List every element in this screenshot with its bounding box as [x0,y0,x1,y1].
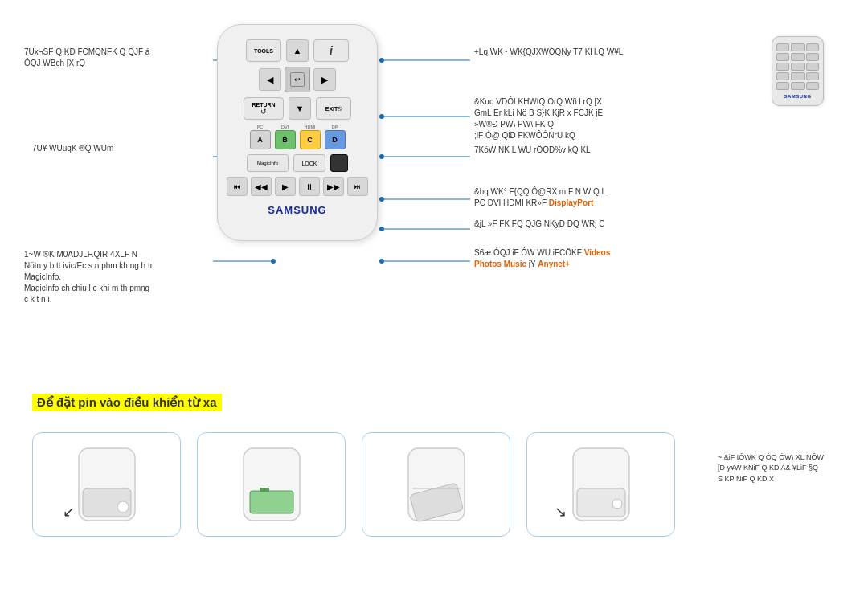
remote-body: TOOLS ▲ i ◀ ↩ ▶ RETURN ↺ ▼ EXIT ⎋ [217,24,378,241]
sm-btn-14[interactable] [791,82,804,90]
black-square-button[interactable] [330,154,348,172]
annotation-mid-left: 7U¥ WUuqK ®Q WUm [32,143,113,154]
dp-label: DP [332,125,338,129]
battery-step-3 [362,432,510,537]
svg-text:↙: ↙ [63,504,75,520]
sm-btn-1[interactable] [776,43,789,51]
sm-btn-7[interactable] [776,63,789,71]
small-remote-logo: SAMSUNG [784,94,811,99]
annotation-right-7: &hq WK° F{QQ Ô@RX m F N W Q L PC DVI HDM… [474,186,606,209]
battery-steps: ↙ [32,432,836,537]
sm-btn-11[interactable] [791,72,804,80]
svg-point-17 [271,259,276,264]
sm-btn-3[interactable] [806,43,819,51]
battery-step-2 [197,432,346,537]
annotation-right-2: &Kuq VDÓLKHWtQ OrQ Wñ l rQ [X GmL Er kLi… [474,96,603,141]
remote-control: TOOLS ▲ i ◀ ↩ ▶ RETURN ↺ ▼ EXIT ⎋ [217,24,378,241]
info-icon: i [330,44,333,57]
right-displayport-text: PC DVI HDMI KR»F DisplayPort [474,198,593,207]
fast-forward-button[interactable]: ▶▶ [323,177,344,196]
sm-btn-2[interactable] [791,43,804,51]
svg-point-15 [379,259,384,264]
button-b[interactable]: B [275,130,296,149]
hdmi-label: HDMI [304,125,315,129]
svg-point-7 [379,114,384,119]
sm-btn-8[interactable] [791,63,804,71]
sm-btn-5[interactable] [791,53,804,61]
play-button[interactable]: ▶ [275,177,296,196]
svg-point-20 [117,501,129,513]
skip-back-button[interactable]: ⏮ [227,177,248,196]
tools-button[interactable]: TOOLS [246,39,281,62]
dpad-right-button[interactable]: ▶ [313,68,336,91]
battery-title: Để đặt pin vào điều khiển từ xa [32,394,222,411]
annotation-right-6: 7KóW NK L WU rÔÓD%v kQ KL [474,145,591,156]
magicinfo-button[interactable]: MagicInfo [247,154,289,172]
sm-btn-10[interactable] [776,72,789,80]
info-button[interactable]: i [313,39,349,62]
svg-point-13 [379,227,384,231]
svg-point-11 [379,197,384,202]
svg-rect-23 [250,491,293,513]
svg-rect-24 [260,488,269,492]
sm-btn-6[interactable] [806,53,819,61]
magicinfo-lock-row: MagicInfo LOCK [247,154,348,172]
media-controls-row: ⏮ ◀◀ ▶ ⏸ ▶▶ ⏭ [227,177,368,196]
bottom-section: Để đặt pin vào điều khiển từ xa ↙ [0,386,868,545]
sm-btn-12[interactable] [806,72,819,80]
dvi-label: DVI [281,125,289,129]
annotation-right-1: +Lq WK~ WK{QJXWÓQNy T7 KH.Q W¥L [474,47,623,58]
abcd-section: PC A DVI B HDMI C DP D [234,125,361,149]
skip-forward-button[interactable]: ⏭ [347,177,368,196]
dpad-left-button[interactable]: ◀ [259,68,281,91]
sm-btn-13[interactable] [776,82,789,90]
sm-btn-9[interactable] [806,63,819,71]
pause-button[interactable]: ⏸ [299,177,320,196]
button-c[interactable]: C [300,130,321,149]
svg-point-9 [379,154,384,159]
button-a[interactable]: A [250,130,271,149]
button-d[interactable]: D [325,130,346,149]
sm-btn-15[interactable] [806,82,819,90]
small-remote: SAMSUNG [772,36,824,106]
samsung-logo: SAMSUNG [268,204,326,216]
exit-button[interactable]: EXIT ⎋ [316,97,351,120]
dpad-down-button[interactable]: ▼ [289,97,311,120]
battery-step-1: ↙ [32,432,181,537]
small-remote-buttons [776,43,819,90]
sm-btn-4[interactable] [776,53,789,61]
pc-label: PC [257,125,264,129]
svg-text:↘: ↘ [555,504,567,520]
annotation-right-9: &jL »F FK FQ QJG NKyD DQ WRj C [474,219,604,230]
rewind-button[interactable]: ◀◀ [251,177,272,196]
return-button[interactable]: RETURN ↺ [244,97,284,120]
dpad-middle-row: ◀ ↩ ▶ [259,67,336,92]
dpad-enter-button[interactable]: ↩ [285,67,310,92]
annotation-right-10: S6æ ÓQJ iF ÓW WU iFCÖKF Videos Photos Mu… [474,247,610,270]
remote-top-row: TOOLS ▲ i [234,39,361,62]
annotation-bottom-left: 1~W ®K M0ADJLF.QIR 4XLF N Nötn y b tt iv… [24,249,153,305]
svg-point-30 [612,499,622,509]
dpad-up-button[interactable]: ▲ [286,39,309,62]
battery-step-4: ↘ [526,432,675,537]
svg-point-5 [379,58,384,63]
return-exit-row: RETURN ↺ ▼ EXIT ⎋ [234,97,361,120]
lock-button[interactable]: LOCK [293,154,326,172]
annotation-top-left: 7Ux¬SF Q KD FCMQNFK Q QJF á ÔQJ WBch [X … [24,47,149,69]
